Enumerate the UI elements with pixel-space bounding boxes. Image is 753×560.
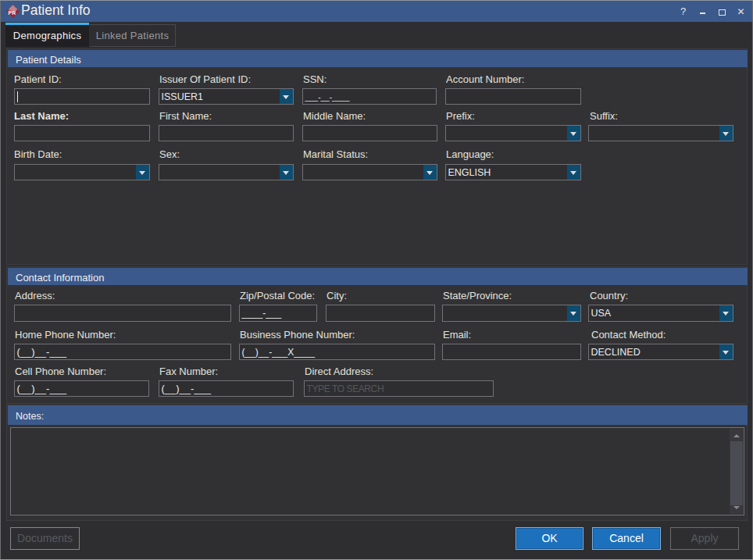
svg-text:PR: PR	[9, 10, 16, 16]
